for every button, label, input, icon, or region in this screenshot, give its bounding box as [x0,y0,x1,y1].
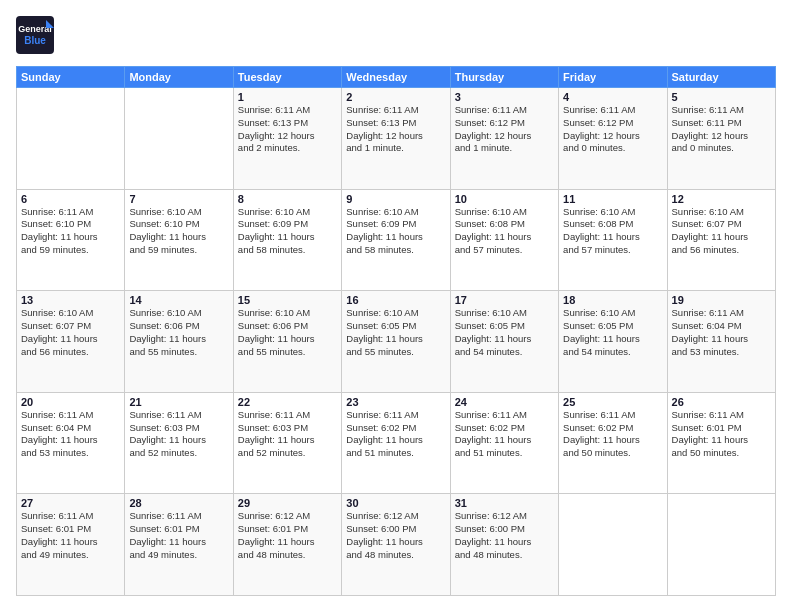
day-info: Sunrise: 6:11 AMSunset: 6:03 PMDaylight:… [238,409,337,460]
day-number: 16 [346,294,445,306]
day-number: 4 [563,91,662,103]
day-info: Sunrise: 6:10 AMSunset: 6:05 PMDaylight:… [346,307,445,358]
calendar-week-row: 27Sunrise: 6:11 AMSunset: 6:01 PMDayligh… [17,494,776,596]
calendar-cell: 14Sunrise: 6:10 AMSunset: 6:06 PMDayligh… [125,291,233,393]
calendar-cell: 11Sunrise: 6:10 AMSunset: 6:08 PMDayligh… [559,189,667,291]
day-info: Sunrise: 6:11 AMSunset: 6:04 PMDaylight:… [21,409,120,460]
day-number: 22 [238,396,337,408]
day-info: Sunrise: 6:11 AMSunset: 6:02 PMDaylight:… [455,409,554,460]
day-info: Sunrise: 6:10 AMSunset: 6:10 PMDaylight:… [129,206,228,257]
day-number: 30 [346,497,445,509]
day-number: 5 [672,91,771,103]
calendar-cell: 30Sunrise: 6:12 AMSunset: 6:00 PMDayligh… [342,494,450,596]
day-number: 23 [346,396,445,408]
day-info: Sunrise: 6:10 AMSunset: 6:09 PMDaylight:… [238,206,337,257]
day-info: Sunrise: 6:11 AMSunset: 6:02 PMDaylight:… [346,409,445,460]
calendar-cell: 5Sunrise: 6:11 AMSunset: 6:11 PMDaylight… [667,88,775,190]
calendar-week-row: 13Sunrise: 6:10 AMSunset: 6:07 PMDayligh… [17,291,776,393]
calendar-cell: 24Sunrise: 6:11 AMSunset: 6:02 PMDayligh… [450,392,558,494]
header: General Blue [16,16,776,56]
day-number: 14 [129,294,228,306]
calendar-cell: 6Sunrise: 6:11 AMSunset: 6:10 PMDaylight… [17,189,125,291]
day-number: 2 [346,91,445,103]
calendar-cell: 2Sunrise: 6:11 AMSunset: 6:13 PMDaylight… [342,88,450,190]
day-info: Sunrise: 6:10 AMSunset: 6:06 PMDaylight:… [129,307,228,358]
day-number: 13 [21,294,120,306]
calendar-cell: 7Sunrise: 6:10 AMSunset: 6:10 PMDaylight… [125,189,233,291]
day-info: Sunrise: 6:10 AMSunset: 6:08 PMDaylight:… [563,206,662,257]
calendar-cell: 16Sunrise: 6:10 AMSunset: 6:05 PMDayligh… [342,291,450,393]
day-header-thursday: Thursday [450,67,558,88]
calendar-cell: 4Sunrise: 6:11 AMSunset: 6:12 PMDaylight… [559,88,667,190]
calendar-cell: 1Sunrise: 6:11 AMSunset: 6:13 PMDaylight… [233,88,341,190]
day-number: 7 [129,193,228,205]
day-number: 20 [21,396,120,408]
day-header-monday: Monday [125,67,233,88]
day-number: 8 [238,193,337,205]
day-number: 12 [672,193,771,205]
day-info: Sunrise: 6:10 AMSunset: 6:06 PMDaylight:… [238,307,337,358]
calendar-cell: 19Sunrise: 6:11 AMSunset: 6:04 PMDayligh… [667,291,775,393]
day-number: 31 [455,497,554,509]
calendar-cell: 12Sunrise: 6:10 AMSunset: 6:07 PMDayligh… [667,189,775,291]
calendar-cell: 17Sunrise: 6:10 AMSunset: 6:05 PMDayligh… [450,291,558,393]
calendar-cell [667,494,775,596]
day-number: 27 [21,497,120,509]
day-header-saturday: Saturday [667,67,775,88]
calendar-cell: 25Sunrise: 6:11 AMSunset: 6:02 PMDayligh… [559,392,667,494]
day-info: Sunrise: 6:10 AMSunset: 6:05 PMDaylight:… [563,307,662,358]
calendar-cell: 3Sunrise: 6:11 AMSunset: 6:12 PMDaylight… [450,88,558,190]
day-info: Sunrise: 6:12 AMSunset: 6:01 PMDaylight:… [238,510,337,561]
day-info: Sunrise: 6:11 AMSunset: 6:12 PMDaylight:… [563,104,662,155]
calendar-table: SundayMondayTuesdayWednesdayThursdayFrid… [16,66,776,596]
day-info: Sunrise: 6:11 AMSunset: 6:01 PMDaylight:… [129,510,228,561]
day-number: 25 [563,396,662,408]
day-header-wednesday: Wednesday [342,67,450,88]
page: General Blue SundayMondayTuesdayWednesda… [0,0,792,612]
calendar-cell: 9Sunrise: 6:10 AMSunset: 6:09 PMDaylight… [342,189,450,291]
day-info: Sunrise: 6:11 AMSunset: 6:13 PMDaylight:… [238,104,337,155]
calendar-cell: 31Sunrise: 6:12 AMSunset: 6:00 PMDayligh… [450,494,558,596]
day-number: 19 [672,294,771,306]
day-info: Sunrise: 6:12 AMSunset: 6:00 PMDaylight:… [455,510,554,561]
calendar-cell [125,88,233,190]
day-info: Sunrise: 6:12 AMSunset: 6:00 PMDaylight:… [346,510,445,561]
day-number: 28 [129,497,228,509]
calendar-cell: 10Sunrise: 6:10 AMSunset: 6:08 PMDayligh… [450,189,558,291]
day-number: 3 [455,91,554,103]
day-info: Sunrise: 6:10 AMSunset: 6:05 PMDaylight:… [455,307,554,358]
day-header-friday: Friday [559,67,667,88]
day-number: 21 [129,396,228,408]
logo-svg: General Blue [16,16,76,56]
day-number: 18 [563,294,662,306]
calendar-cell: 29Sunrise: 6:12 AMSunset: 6:01 PMDayligh… [233,494,341,596]
day-info: Sunrise: 6:11 AMSunset: 6:01 PMDaylight:… [672,409,771,460]
day-number: 1 [238,91,337,103]
calendar-cell: 15Sunrise: 6:10 AMSunset: 6:06 PMDayligh… [233,291,341,393]
calendar-week-row: 6Sunrise: 6:11 AMSunset: 6:10 PMDaylight… [17,189,776,291]
day-info: Sunrise: 6:11 AMSunset: 6:10 PMDaylight:… [21,206,120,257]
calendar-cell: 23Sunrise: 6:11 AMSunset: 6:02 PMDayligh… [342,392,450,494]
calendar-cell [559,494,667,596]
calendar-cell: 22Sunrise: 6:11 AMSunset: 6:03 PMDayligh… [233,392,341,494]
day-number: 29 [238,497,337,509]
day-info: Sunrise: 6:11 AMSunset: 6:03 PMDaylight:… [129,409,228,460]
day-info: Sunrise: 6:11 AMSunset: 6:02 PMDaylight:… [563,409,662,460]
day-info: Sunrise: 6:11 AMSunset: 6:13 PMDaylight:… [346,104,445,155]
calendar-cell: 8Sunrise: 6:10 AMSunset: 6:09 PMDaylight… [233,189,341,291]
calendar-header-row: SundayMondayTuesdayWednesdayThursdayFrid… [17,67,776,88]
calendar-cell: 13Sunrise: 6:10 AMSunset: 6:07 PMDayligh… [17,291,125,393]
calendar-cell: 27Sunrise: 6:11 AMSunset: 6:01 PMDayligh… [17,494,125,596]
calendar-cell: 26Sunrise: 6:11 AMSunset: 6:01 PMDayligh… [667,392,775,494]
day-info: Sunrise: 6:11 AMSunset: 6:11 PMDaylight:… [672,104,771,155]
calendar-cell: 18Sunrise: 6:10 AMSunset: 6:05 PMDayligh… [559,291,667,393]
logo: General Blue [16,16,76,56]
day-number: 26 [672,396,771,408]
calendar-cell: 21Sunrise: 6:11 AMSunset: 6:03 PMDayligh… [125,392,233,494]
calendar-week-row: 20Sunrise: 6:11 AMSunset: 6:04 PMDayligh… [17,392,776,494]
day-number: 17 [455,294,554,306]
day-number: 15 [238,294,337,306]
calendar-cell: 28Sunrise: 6:11 AMSunset: 6:01 PMDayligh… [125,494,233,596]
day-number: 11 [563,193,662,205]
svg-text:Blue: Blue [24,35,46,46]
